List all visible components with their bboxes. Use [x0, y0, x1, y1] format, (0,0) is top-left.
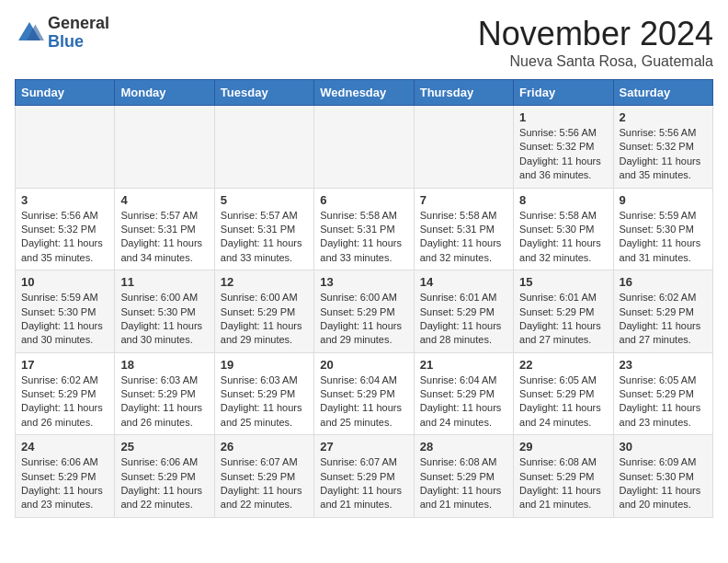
- calendar-cell: [115, 106, 214, 189]
- calendar-cell: 20Sunrise: 6:04 AM Sunset: 5:29 PM Dayli…: [314, 352, 414, 435]
- calendar-cell: 28Sunrise: 6:08 AM Sunset: 5:29 PM Dayli…: [414, 435, 513, 518]
- day-info: Sunrise: 6:01 AM Sunset: 5:29 PM Dayligh…: [420, 291, 507, 348]
- calendar-cell: 26Sunrise: 6:07 AM Sunset: 5:29 PM Dayli…: [214, 435, 313, 518]
- logo: General Blue: [15, 15, 109, 52]
- calendar-header: SundayMondayTuesdayWednesdayThursdayFrid…: [16, 80, 713, 106]
- calendar-cell: 2Sunrise: 5:56 AM Sunset: 5:32 PM Daylig…: [613, 106, 712, 189]
- day-number: 14: [420, 275, 507, 289]
- day-info: Sunrise: 6:05 AM Sunset: 5:29 PM Dayligh…: [620, 373, 707, 431]
- calendar-body: 1Sunrise: 5:56 AM Sunset: 5:32 PM Daylig…: [16, 106, 713, 518]
- calendar-cell: 14Sunrise: 6:01 AM Sunset: 5:29 PM Dayli…: [414, 270, 513, 353]
- day-info: Sunrise: 6:02 AM Sunset: 5:29 PM Dayligh…: [21, 373, 108, 431]
- calendar-table: SundayMondayTuesdayWednesdayThursdayFrid…: [15, 79, 713, 518]
- day-info: Sunrise: 6:00 AM Sunset: 5:29 PM Dayligh…: [221, 291, 308, 348]
- day-info: Sunrise: 5:59 AM Sunset: 5:30 PM Dayligh…: [21, 291, 108, 348]
- day-number: 8: [519, 193, 607, 207]
- day-number: 26: [221, 440, 308, 454]
- location: Nueva Santa Rosa, Guatemala: [478, 53, 713, 70]
- title-block: November 2024 Nueva Santa Rosa, Guatemal…: [478, 15, 713, 70]
- calendar-cell: 16Sunrise: 6:02 AM Sunset: 5:29 PM Dayli…: [613, 270, 712, 353]
- calendar-cell: 6Sunrise: 5:58 AM Sunset: 5:31 PM Daylig…: [314, 188, 414, 270]
- calendar-cell: 11Sunrise: 6:00 AM Sunset: 5:30 PM Dayli…: [115, 270, 214, 353]
- page-header: General Blue November 2024 Nueva Santa R…: [15, 15, 713, 70]
- day-number: 23: [620, 358, 707, 372]
- calendar-week-3: 10Sunrise: 5:59 AM Sunset: 5:30 PM Dayli…: [16, 270, 713, 353]
- calendar-cell: 23Sunrise: 6:05 AM Sunset: 5:29 PM Dayli…: [613, 352, 712, 435]
- day-number: 30: [620, 440, 707, 454]
- weekday-header-monday: Monday: [115, 80, 214, 106]
- calendar-cell: 21Sunrise: 6:04 AM Sunset: 5:29 PM Dayli…: [414, 352, 513, 435]
- weekday-header-tuesday: Tuesday: [214, 80, 313, 106]
- day-info: Sunrise: 5:56 AM Sunset: 5:32 PM Dayligh…: [21, 209, 108, 266]
- day-info: Sunrise: 6:09 AM Sunset: 5:30 PM Dayligh…: [620, 455, 707, 512]
- calendar-cell: [16, 106, 115, 189]
- day-number: 1: [519, 110, 607, 124]
- day-number: 20: [320, 358, 407, 372]
- calendar-cell: 30Sunrise: 6:09 AM Sunset: 5:30 PM Dayli…: [613, 435, 712, 518]
- day-number: 10: [21, 275, 108, 289]
- day-info: Sunrise: 5:57 AM Sunset: 5:31 PM Dayligh…: [120, 209, 208, 266]
- day-number: 13: [320, 275, 407, 289]
- calendar-cell: 10Sunrise: 5:59 AM Sunset: 5:30 PM Dayli…: [16, 270, 115, 353]
- day-number: 9: [620, 193, 707, 207]
- day-info: Sunrise: 6:00 AM Sunset: 5:30 PM Dayligh…: [120, 291, 208, 348]
- calendar-week-1: 1Sunrise: 5:56 AM Sunset: 5:32 PM Daylig…: [16, 106, 713, 189]
- day-info: Sunrise: 5:57 AM Sunset: 5:31 PM Dayligh…: [221, 209, 308, 266]
- calendar-cell: 27Sunrise: 6:07 AM Sunset: 5:29 PM Dayli…: [314, 435, 414, 518]
- day-number: 17: [21, 358, 108, 372]
- day-number: 28: [420, 440, 507, 454]
- calendar-cell: 18Sunrise: 6:03 AM Sunset: 5:29 PM Dayli…: [115, 352, 214, 435]
- day-info: Sunrise: 6:08 AM Sunset: 5:29 PM Dayligh…: [420, 455, 507, 512]
- calendar-cell: [314, 106, 414, 189]
- day-info: Sunrise: 5:56 AM Sunset: 5:32 PM Dayligh…: [519, 126, 607, 183]
- day-number: 24: [21, 440, 108, 454]
- day-info: Sunrise: 6:05 AM Sunset: 5:29 PM Dayligh…: [519, 373, 607, 431]
- day-number: 19: [221, 358, 308, 372]
- day-info: Sunrise: 5:58 AM Sunset: 5:31 PM Dayligh…: [320, 209, 407, 266]
- calendar-cell: [414, 106, 513, 189]
- calendar-cell: 24Sunrise: 6:06 AM Sunset: 5:29 PM Dayli…: [16, 435, 115, 518]
- weekday-header-sunday: Sunday: [16, 80, 115, 106]
- day-info: Sunrise: 5:58 AM Sunset: 5:31 PM Dayligh…: [420, 209, 507, 266]
- day-info: Sunrise: 6:07 AM Sunset: 5:29 PM Dayligh…: [221, 455, 308, 512]
- weekday-header-friday: Friday: [514, 80, 613, 106]
- weekday-header-saturday: Saturday: [613, 80, 712, 106]
- calendar-cell: 3Sunrise: 5:56 AM Sunset: 5:32 PM Daylig…: [16, 188, 115, 270]
- day-number: 16: [620, 275, 707, 289]
- weekday-row: SundayMondayTuesdayWednesdayThursdayFrid…: [16, 80, 713, 106]
- day-number: 2: [620, 110, 707, 124]
- logo-text: General Blue: [48, 15, 109, 52]
- day-info: Sunrise: 6:01 AM Sunset: 5:29 PM Dayligh…: [519, 291, 607, 348]
- day-number: 7: [420, 193, 507, 207]
- calendar-cell: 15Sunrise: 6:01 AM Sunset: 5:29 PM Dayli…: [514, 270, 613, 353]
- logo-blue: Blue: [48, 33, 109, 52]
- day-info: Sunrise: 6:06 AM Sunset: 5:29 PM Dayligh…: [21, 455, 108, 512]
- day-number: 3: [21, 193, 108, 207]
- calendar-week-5: 24Sunrise: 6:06 AM Sunset: 5:29 PM Dayli…: [16, 435, 713, 518]
- day-info: Sunrise: 5:56 AM Sunset: 5:32 PM Dayligh…: [620, 126, 707, 183]
- calendar-cell: 8Sunrise: 5:58 AM Sunset: 5:30 PM Daylig…: [514, 188, 613, 270]
- day-number: 11: [120, 275, 208, 289]
- month-year: November 2024: [478, 15, 713, 53]
- day-info: Sunrise: 6:06 AM Sunset: 5:29 PM Dayligh…: [120, 455, 208, 512]
- day-info: Sunrise: 6:04 AM Sunset: 5:29 PM Dayligh…: [320, 373, 407, 431]
- day-info: Sunrise: 5:58 AM Sunset: 5:30 PM Dayligh…: [519, 209, 607, 266]
- day-number: 12: [221, 275, 308, 289]
- day-number: 6: [320, 193, 407, 207]
- calendar-cell: 9Sunrise: 5:59 AM Sunset: 5:30 PM Daylig…: [613, 188, 712, 270]
- calendar-cell: 25Sunrise: 6:06 AM Sunset: 5:29 PM Dayli…: [115, 435, 214, 518]
- day-info: Sunrise: 5:59 AM Sunset: 5:30 PM Dayligh…: [620, 209, 707, 266]
- day-number: 5: [221, 193, 308, 207]
- calendar-cell: 12Sunrise: 6:00 AM Sunset: 5:29 PM Dayli…: [214, 270, 313, 353]
- calendar-cell: 22Sunrise: 6:05 AM Sunset: 5:29 PM Dayli…: [514, 352, 613, 435]
- logo-icon: [15, 18, 44, 48]
- calendar-week-2: 3Sunrise: 5:56 AM Sunset: 5:32 PM Daylig…: [16, 188, 713, 270]
- calendar-cell: 4Sunrise: 5:57 AM Sunset: 5:31 PM Daylig…: [115, 188, 214, 270]
- day-info: Sunrise: 6:07 AM Sunset: 5:29 PM Dayligh…: [320, 455, 407, 512]
- calendar-week-4: 17Sunrise: 6:02 AM Sunset: 5:29 PM Dayli…: [16, 352, 713, 435]
- day-info: Sunrise: 6:08 AM Sunset: 5:29 PM Dayligh…: [519, 455, 607, 512]
- calendar-cell: [214, 106, 313, 189]
- day-info: Sunrise: 6:04 AM Sunset: 5:29 PM Dayligh…: [420, 373, 507, 431]
- weekday-header-thursday: Thursday: [414, 80, 513, 106]
- day-number: 25: [120, 440, 208, 454]
